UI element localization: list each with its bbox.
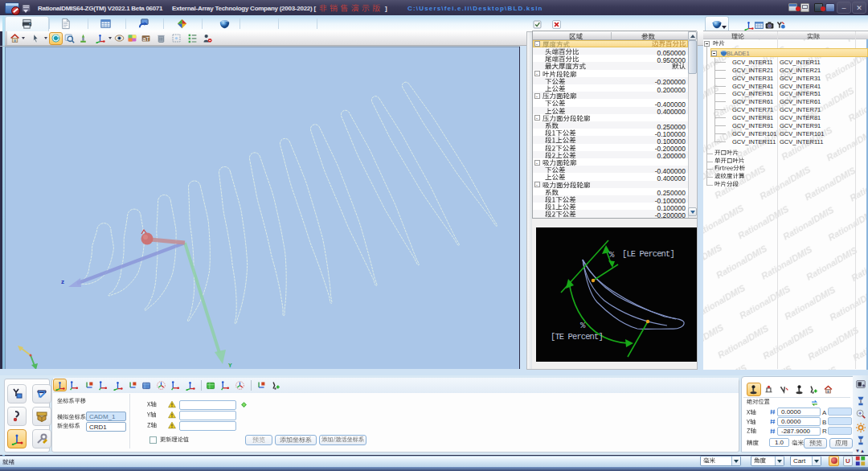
svg-text:z: z (61, 278, 64, 285)
svg-text:%: % (609, 250, 615, 260)
svg-text:[TE Percent]: [TE Percent] (551, 332, 603, 342)
svg-text:Y: Y (228, 362, 232, 368)
svg-text:aT: aT (142, 35, 149, 43)
svg-text:[LE Percent]: [LE Percent] (622, 249, 674, 259)
